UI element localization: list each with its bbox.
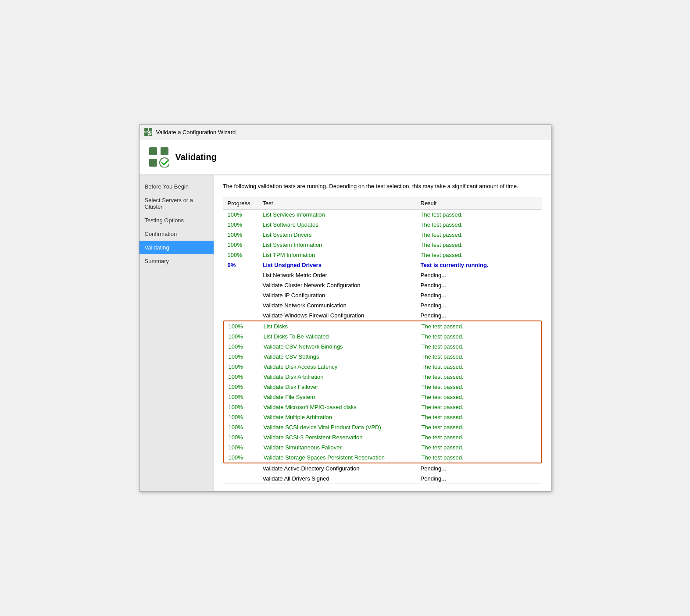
test-cell: List Disks <box>259 321 417 331</box>
table-row: 100% List System Drivers The test passed… <box>223 230 542 240</box>
col-header-test: Test <box>258 197 416 210</box>
table-row: 100% Validate Microsoft MPIO-based disks… <box>224 402 541 412</box>
test-cell: Validate Disk Access Latency <box>259 362 417 372</box>
progress-cell: 100% <box>224 342 259 352</box>
table-row: 100% Validate Disk Failover The test pas… <box>224 382 541 392</box>
svg-point-4 <box>147 131 152 135</box>
test-cell: List Unsigned Drivers <box>258 260 416 270</box>
title-bar-text: Validate a Configuration Wizard <box>156 129 236 135</box>
table-row: 100% List TPM Information The test passe… <box>223 250 542 260</box>
header-section: Validating <box>139 139 551 175</box>
progress-cell: 100% <box>224 372 259 382</box>
table-row: 100% Validate Multiple Arbitration The t… <box>224 412 541 422</box>
table-row: Validate Network Communication Pending..… <box>223 300 542 310</box>
table-row: Validate IP Configuration Pending... <box>223 290 542 300</box>
progress-cell <box>223 463 258 474</box>
progress-cell: 100% <box>224 321 259 331</box>
result-cell: Pending... <box>416 310 542 320</box>
validating-icon <box>148 146 169 167</box>
main-content: The following validation tests are runni… <box>214 175 551 491</box>
title-bar: Validate a Configuration Wizard <box>139 125 551 139</box>
table-row: 100% List Software Updates The test pass… <box>223 220 542 230</box>
result-cell: The test passed. <box>416 220 542 230</box>
sidebar-item-validating[interactable]: Validating <box>139 241 214 254</box>
progress-cell: 100% <box>224 412 259 422</box>
test-table-container: Progress Test Result 100% List Services … <box>223 197 542 484</box>
progress-cell <box>223 290 258 300</box>
progress-cell: 100% <box>223 209 258 220</box>
test-cell: Validate Simultaneous Failover <box>259 442 417 452</box>
test-table: Progress Test Result 100% List Services … <box>223 197 542 320</box>
result-cell: Pending... <box>416 290 542 300</box>
test-cell: Validate IP Configuration <box>258 290 416 300</box>
result-cell: The test passed. <box>417 402 541 412</box>
wizard-title-icon <box>144 128 153 136</box>
test-cell: Validate Windows Firewall Configuration <box>258 310 416 320</box>
result-cell: Pending... <box>416 280 542 290</box>
test-cell: Validate Active Directory Configuration <box>258 463 416 474</box>
progress-cell <box>223 300 258 310</box>
table-header-row: Progress Test Result <box>223 197 542 210</box>
description-text: The following validation tests are runni… <box>223 182 542 190</box>
table-row: 100% Validate Disk Access Latency The te… <box>224 362 541 372</box>
svg-point-9 <box>160 158 169 167</box>
progress-cell: 0% <box>223 260 258 270</box>
test-cell: Validate File System <box>259 392 417 402</box>
table-row: 100% List Disks The test passed. <box>224 321 541 331</box>
result-cell: The test passed. <box>417 452 541 463</box>
progress-cell: 100% <box>224 442 259 452</box>
result-cell: The test passed. <box>417 362 541 372</box>
result-cell: The test passed. <box>417 382 541 392</box>
table-row: Validate Cluster Network Configuration P… <box>223 280 542 290</box>
result-cell: The test passed. <box>417 412 541 422</box>
test-cell: Validate SCSI device Vital Product Data … <box>259 422 417 432</box>
test-cell: List System Drivers <box>258 230 416 240</box>
sidebar-item-testing-options[interactable]: Testing Options <box>139 214 214 227</box>
table-row: Validate All Drivers Signed Pending... <box>223 474 542 484</box>
table-row: 100% List Disks To Be Validated The test… <box>224 331 541 342</box>
progress-cell: 100% <box>224 352 259 362</box>
result-cell: The test passed. <box>417 342 541 352</box>
result-cell: Pending... <box>416 463 542 474</box>
test-cell: Validate Storage Spaces Persistent Reser… <box>259 452 417 463</box>
test-cell: Validate Multiple Arbitration <box>259 412 417 422</box>
progress-cell <box>223 310 258 320</box>
table-row: 100% Validate CSV Settings The test pass… <box>224 352 541 362</box>
table-row: Validate Windows Firewall Configuration … <box>223 310 542 320</box>
col-header-result: Result <box>416 197 542 210</box>
result-cell: The test passed. <box>417 392 541 402</box>
after-highlight-table: Validate Active Directory Configuration … <box>223 463 542 484</box>
table-row: 100% Validate SCSI device Vital Product … <box>224 422 541 432</box>
progress-cell: 100% <box>224 452 259 463</box>
sidebar-item-confirmation[interactable]: Confirmation <box>139 227 214 241</box>
progress-cell <box>223 270 258 280</box>
progress-cell: 100% <box>223 220 258 230</box>
sidebar-item-before-you-begin[interactable]: Before You Begin <box>139 180 214 193</box>
result-cell: Pending... <box>416 270 542 280</box>
progress-cell: 100% <box>224 422 259 432</box>
sidebar: Before You Begin Select Servers or a Clu… <box>139 175 214 491</box>
result-cell: The test passed. <box>416 209 542 220</box>
test-cell: Validate All Drivers Signed <box>258 474 416 484</box>
result-cell: Pending... <box>416 474 542 484</box>
result-cell: The test passed. <box>417 442 541 452</box>
svg-rect-0 <box>144 128 148 132</box>
test-cell: List Disks To Be Validated <box>259 331 417 342</box>
table-row: 100% Validate Storage Spaces Persistent … <box>224 452 541 463</box>
result-cell: Pending... <box>416 300 542 310</box>
svg-rect-7 <box>149 159 157 167</box>
sidebar-item-select-servers[interactable]: Select Servers or a Cluster <box>139 193 214 214</box>
result-cell: The test passed. <box>417 331 541 342</box>
progress-cell: 100% <box>224 382 259 392</box>
result-cell: The test passed. <box>416 250 542 260</box>
table-row: 100% Validate Disk Arbitration The test … <box>224 372 541 382</box>
content-area: Before You Begin Select Servers or a Clu… <box>139 175 551 491</box>
progress-cell: 100% <box>224 331 259 342</box>
sidebar-item-summary[interactable]: Summary <box>139 254 214 268</box>
progress-cell <box>223 280 258 290</box>
table-row: 100% Validate CSV Network Bindings The t… <box>224 342 541 352</box>
test-cell: List TPM Information <box>258 250 416 260</box>
progress-cell: 100% <box>224 432 259 442</box>
result-cell: The test passed. <box>417 352 541 362</box>
progress-cell <box>223 474 258 484</box>
